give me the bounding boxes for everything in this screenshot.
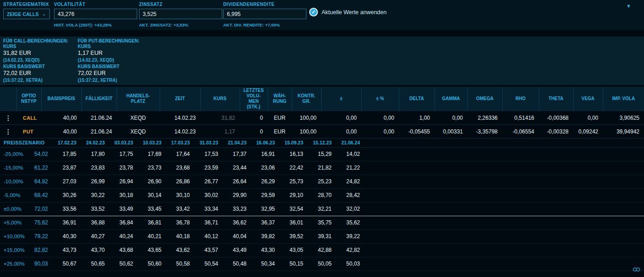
put-kurs-value: 1,17 EUR	[78, 50, 140, 56]
scenario-value-4: 50,58	[163, 257, 191, 271]
scenario-date-2: 03.03.23	[106, 138, 134, 147]
column-header-plus-minus: ±	[321, 87, 361, 111]
put-info-column: FÜR PUT-BERECHNUNGEN: KURS 1,17 EUR (14.…	[78, 38, 140, 84]
column-header-zeit: ZEIT	[160, 87, 200, 111]
scenario-value-10: 32,02	[333, 202, 361, 216]
call-basiswert-label: KURS BASISWERT	[3, 64, 68, 69]
column-header-kurs: KURS	[200, 87, 240, 111]
scenario-value-0: 30,26	[49, 188, 78, 202]
scenario-value-6: 50,48	[220, 257, 248, 271]
scenario-date-5: 31.03.23	[191, 138, 220, 147]
scenario-value-2: 17,75	[106, 147, 134, 161]
scenario-value-0: 23,87	[49, 161, 78, 175]
preisszenario-label: PREISSZENARIO	[0, 138, 49, 147]
scenario-percent: +10,00%	[0, 229, 28, 243]
cell-theta: -0,00328	[539, 125, 573, 138]
scenario-price: 72,02	[28, 202, 49, 216]
scenario-row-filler	[361, 202, 644, 216]
scenario-date-8: 15.09.23	[276, 138, 305, 147]
scenario-value-1: 43,70	[78, 243, 106, 257]
put-kurs-label: KURS	[78, 44, 140, 49]
scenario-row-filler	[361, 216, 644, 229]
row-menu-icon[interactable]: ⋮	[0, 125, 16, 138]
cell-kontr-gr: 100,00	[292, 125, 321, 138]
scenario-percent: ±0,00%	[0, 202, 28, 216]
cell-rho: 0,51416	[502, 111, 539, 125]
cell-delta: -0,05455	[399, 125, 435, 138]
scenario-value-2: 50,62	[106, 257, 134, 271]
scenario-value-3: 36,81	[134, 216, 163, 229]
topbar: STRATEGIEMATRIX ZEIGE CALLS ⌄ VOLATILITÄ…	[0, 0, 644, 30]
scenario-value-7: 43,30	[248, 243, 276, 257]
cell-imp-vola: 3,90625	[603, 111, 644, 125]
column-header-optionstyp: OPTIO NSTYP	[16, 87, 41, 111]
scenario-value-1: 26,99	[78, 175, 106, 188]
scenario-value-3: 43,65	[134, 243, 163, 257]
scenario-value-9: 35,75	[305, 216, 333, 229]
scenario-value-8: 39,52	[276, 229, 305, 243]
scenario-value-7: 29,59	[248, 188, 276, 202]
scenario-value-6: 23,44	[220, 161, 248, 175]
cell-gamma: 0,00	[435, 111, 467, 125]
scenario-row-filler	[361, 243, 644, 257]
scenario-value-3: 50,60	[134, 257, 163, 271]
scenario-value-0: 33,56	[49, 202, 78, 216]
column-header-rho: RHO	[502, 87, 539, 111]
aktuelle-werte-toggle[interactable]: ✓ Aktuelle Werte anwenden	[309, 8, 386, 16]
volatilitaet-input[interactable]	[54, 9, 137, 19]
scenario-date-4: 17.03.23	[163, 138, 191, 147]
zeige-calls-value: ZEIGE CALLS	[7, 11, 38, 17]
cell-vega: 0,00	[573, 111, 603, 125]
scenario-row: -25,00%54,0217,8517,8017,7517,6917,6417,…	[0, 147, 644, 161]
row-menu-icon[interactable]: ⋮	[0, 111, 16, 125]
scenario-value-8: 43,05	[276, 243, 305, 257]
scenario-value-6: 40,04	[220, 229, 248, 243]
cell-waehrung: EUR	[268, 125, 292, 138]
zinssatz-input[interactable]	[139, 9, 222, 19]
scenario-price: 75,62	[28, 216, 49, 229]
column-header-kontr-gr: KONTR. GR.	[292, 87, 321, 111]
scenario-value-5: 17,53	[191, 147, 220, 161]
scenario-value-4: 33,42	[163, 202, 191, 216]
cell-optionstyp: CALL	[16, 111, 41, 125]
scenario-value-7: 23,06	[248, 161, 276, 175]
scenario-percent: +5,00%	[0, 216, 28, 229]
scenario-row-filler	[361, 257, 644, 271]
scenario-value-10: 21,22	[333, 161, 361, 175]
call-kurs-value: 31,82 EUR	[3, 50, 68, 56]
scenario-row: -15,00%61,2223,8723,8323,7823,7323,6823,…	[0, 161, 644, 175]
zeige-calls-select[interactable]: ZEIGE CALLS ⌄	[3, 9, 50, 19]
options-header-menu	[0, 87, 16, 111]
scenario-value-2: 33,49	[106, 202, 134, 216]
column-header-faelligkeit: FÄLLIGKEIT	[81, 87, 117, 111]
column-header-handelsplatz: HANDELS- PLATZ	[117, 87, 160, 111]
table-area: OPTIO NSTYPBASISPREISFÄLLIGKEITHANDELS- …	[0, 87, 644, 271]
scenario-date-0: 17.02.23	[49, 138, 78, 147]
zinssatz-field: ZINSSATZ AKT. ZINSSATZ: +3,53%	[139, 2, 222, 27]
call-kurs-meta: (14.02.23, XEQD)	[3, 58, 68, 63]
scenario-value-10: 35,62	[333, 216, 361, 229]
scenario-value-8: 50,15	[276, 257, 305, 271]
put-basiswert-meta: (15:37:22, XETRA)	[78, 78, 140, 83]
option-row-put: ⋮PUT40,0021.06.24XEQD14.02.231,170EUR100…	[0, 125, 644, 138]
scenario-value-1: 17,80	[78, 147, 106, 161]
collapse-panel-icon[interactable]: ▼	[626, 3, 631, 9]
scenario-percent: -15,00%	[0, 161, 28, 175]
scenario-row-filler	[361, 175, 644, 188]
scenario-value-2: 36,84	[106, 216, 134, 229]
dividendenrendite-input[interactable]	[223, 9, 306, 19]
scenario-value-7: 16,91	[248, 147, 276, 161]
scenario-value-0: 17,85	[49, 147, 78, 161]
column-header-gamma: GAMMA	[435, 87, 467, 111]
scenario-value-3: 33,45	[134, 202, 163, 216]
scenario-value-1: 36,88	[78, 216, 106, 229]
scenario-value-3: 26,90	[134, 175, 163, 188]
scenario-value-7: 39,82	[248, 229, 276, 243]
scenario-value-3: 17,69	[134, 147, 163, 161]
scenario-value-8: 29,10	[276, 188, 305, 202]
cell-omega: -3,35798	[467, 125, 502, 138]
link-icon[interactable]	[633, 266, 640, 274]
scenario-row: +15,00%82,8243,7343,7043,6843,6543,6243,…	[0, 243, 644, 257]
scenario-value-3: 30,14	[134, 188, 163, 202]
scenario-price: 68,42	[28, 188, 49, 202]
